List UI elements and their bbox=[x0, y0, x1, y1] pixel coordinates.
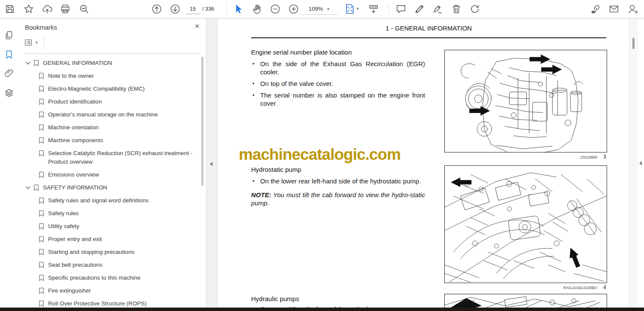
bookmark-item[interactable]: Safety rules bbox=[18, 207, 198, 220]
scrollbar-thumb[interactable] bbox=[632, 38, 635, 49]
figure-ref: 23119866 bbox=[580, 155, 597, 159]
bookmarks-options-button[interactable]: ▾ bbox=[24, 39, 38, 46]
fit-page-icon[interactable] bbox=[344, 3, 355, 15]
zoom-out-icon[interactable] bbox=[270, 3, 281, 15]
expand-right-panel-icon[interactable] bbox=[639, 161, 642, 165]
page-display-icon[interactable] bbox=[368, 3, 379, 15]
bookmark-item-label: Machine orientation bbox=[48, 123, 99, 132]
bookmark-item-label: Selective Catalytic Reduction (SCR) exha… bbox=[48, 149, 198, 166]
chevron-down-icon[interactable] bbox=[25, 60, 31, 66]
bookmarks-panel: Bookmarks ✕ ▾ GENERAL INFORMATION Note t… bbox=[18, 18, 206, 311]
bookmark-item[interactable]: Electro-Magnetic Compatibility (EMC) bbox=[18, 82, 198, 95]
section-hydraulic-pumps: Hydraulic pumps bbox=[251, 295, 425, 302]
highlighter-icon[interactable] bbox=[414, 3, 425, 15]
previous-page-icon[interactable] bbox=[151, 3, 162, 15]
bookmark-icon bbox=[39, 287, 44, 294]
bookmark-icon bbox=[33, 60, 39, 67]
bookmark-item[interactable]: Utility safety bbox=[18, 220, 198, 233]
bookmark-item[interactable]: Selective Catalytic Reduction (SCR) exha… bbox=[18, 147, 198, 168]
collapse-panel-icon[interactable] bbox=[210, 162, 213, 166]
bookmark-icon bbox=[39, 197, 44, 204]
bookmark-section-label: GENERAL INFORMATION bbox=[43, 59, 112, 67]
bottom-window-bar bbox=[0, 308, 644, 311]
layers-icon[interactable] bbox=[4, 88, 14, 98]
bookmark-item[interactable]: Operator's manual storage on the machine bbox=[18, 108, 198, 121]
page-number-input[interactable] bbox=[185, 4, 200, 14]
bookmark-section[interactable]: SAFETY INFORMATION bbox=[18, 181, 198, 194]
email-icon[interactable] bbox=[608, 3, 620, 15]
add-user-icon[interactable] bbox=[627, 3, 638, 15]
bookmark-item-label: Machine components bbox=[48, 136, 103, 145]
fill-sign-icon[interactable] bbox=[432, 3, 444, 15]
bookmarks-panel-icon[interactable] bbox=[4, 49, 14, 60]
bookmarks-panel-title: Bookmarks bbox=[25, 24, 57, 31]
share-link-icon[interactable] bbox=[590, 3, 601, 15]
bookmark-icon bbox=[39, 274, 44, 281]
bullet-dot: • bbox=[251, 177, 260, 185]
bookmark-section-label: SAFETY INFORMATION bbox=[43, 183, 107, 192]
bookmark-item[interactable]: Specific precautions to this machine bbox=[18, 271, 198, 284]
next-page-icon[interactable] bbox=[170, 3, 181, 15]
bookmark-item[interactable]: Machine components bbox=[18, 134, 198, 147]
delete-icon[interactable] bbox=[451, 3, 462, 15]
bullet-text: On the side of the Exhaust Gas Recircula… bbox=[260, 60, 425, 76]
figure-engine-illustration bbox=[444, 50, 607, 152]
bullet-item: • On top of the valve cover. bbox=[251, 79, 425, 88]
close-icon[interactable]: ✕ bbox=[194, 23, 200, 30]
bookmark-item[interactable]: Seat belt precautions bbox=[18, 259, 198, 271]
options-divider bbox=[44, 37, 44, 50]
star-icon[interactable] bbox=[23, 3, 34, 15]
hand-tool-icon[interactable] bbox=[251, 3, 262, 15]
page-thumbnails-icon[interactable] bbox=[4, 30, 14, 40]
search-icon[interactable] bbox=[79, 3, 90, 15]
figure-ref: RAIL21SSL0106BA bbox=[563, 286, 597, 290]
section-heading: Engine serial number plate location bbox=[251, 49, 425, 56]
bullet-dot: • bbox=[251, 60, 260, 76]
chevron-down-icon[interactable] bbox=[25, 185, 31, 191]
bullet-dot: • bbox=[251, 79, 260, 88]
main-toolbar: / 336 109% ▾ ▾ bbox=[0, 0, 644, 18]
zoom-level-dropdown[interactable]: 109% ▾ bbox=[301, 3, 337, 15]
comment-icon[interactable] bbox=[395, 3, 407, 15]
print-icon[interactable] bbox=[60, 3, 71, 15]
bookmark-item[interactable]: Fire extinguisher bbox=[18, 284, 198, 297]
bookmark-item[interactable]: Proper entry and exit bbox=[18, 233, 198, 246]
bookmark-item[interactable]: Note to the owner bbox=[18, 70, 198, 82]
bookmark-item-label: Utility safety bbox=[48, 222, 79, 231]
bookmark-item-label: Starting and stopping precautions bbox=[48, 248, 134, 256]
bookmark-item[interactable]: Emissions overview bbox=[18, 168, 198, 181]
bookmark-item-label: Operator's manual storage on the machine bbox=[48, 110, 158, 119]
select-tool-icon[interactable] bbox=[233, 3, 244, 15]
bookmark-item[interactable]: Product identification bbox=[18, 95, 198, 108]
section-heading: Hydraulic pumps bbox=[251, 295, 425, 302]
bookmark-icon bbox=[39, 85, 44, 92]
section-heading: Hydrostatic pump bbox=[251, 166, 425, 173]
figure-hydrostatic-pump bbox=[444, 165, 607, 283]
bookmark-icon bbox=[39, 150, 44, 157]
save-icon[interactable] bbox=[4, 3, 15, 15]
section-engine-serial: Engine serial number plate location • On… bbox=[251, 49, 425, 111]
bookmark-item-label: Electro-Magnetic Compatibility (EMC) bbox=[48, 85, 145, 93]
chevron-down-icon[interactable]: ▾ bbox=[357, 6, 359, 11]
bookmark-icon bbox=[39, 137, 44, 144]
bookmark-item[interactable]: Safety rules and signal word definitions bbox=[18, 194, 198, 207]
note-label: NOTE: bbox=[251, 191, 271, 198]
zoom-in-icon[interactable] bbox=[288, 3, 299, 15]
bookmark-item[interactable]: Machine orientation bbox=[18, 121, 198, 134]
bookmark-section[interactable]: GENERAL INFORMATION bbox=[18, 57, 198, 70]
bullet-text: On the lower rear left-hand side of the … bbox=[260, 177, 425, 185]
bullet-item: • The serial number is also stamped on t… bbox=[251, 91, 425, 107]
bookmarks-scrollbar[interactable] bbox=[201, 57, 204, 186]
panel-splitter[interactable] bbox=[206, 18, 218, 311]
bookmark-item[interactable]: Starting and stopping precautions bbox=[18, 246, 198, 259]
note-text: You must tilt the cab forward to view th… bbox=[251, 191, 425, 207]
bookmark-icon bbox=[39, 300, 44, 307]
cloud-upload-icon[interactable] bbox=[42, 3, 53, 15]
bookmark-item-label: Safety rules bbox=[48, 209, 79, 218]
attachments-icon[interactable] bbox=[4, 68, 14, 79]
rotate-icon[interactable] bbox=[469, 3, 480, 15]
bookmark-icon bbox=[39, 111, 44, 118]
watermark-text: machinecatalogic.com bbox=[239, 146, 401, 164]
bullet-dot: • bbox=[251, 91, 260, 107]
document-scrollbar[interactable] bbox=[629, 18, 638, 311]
